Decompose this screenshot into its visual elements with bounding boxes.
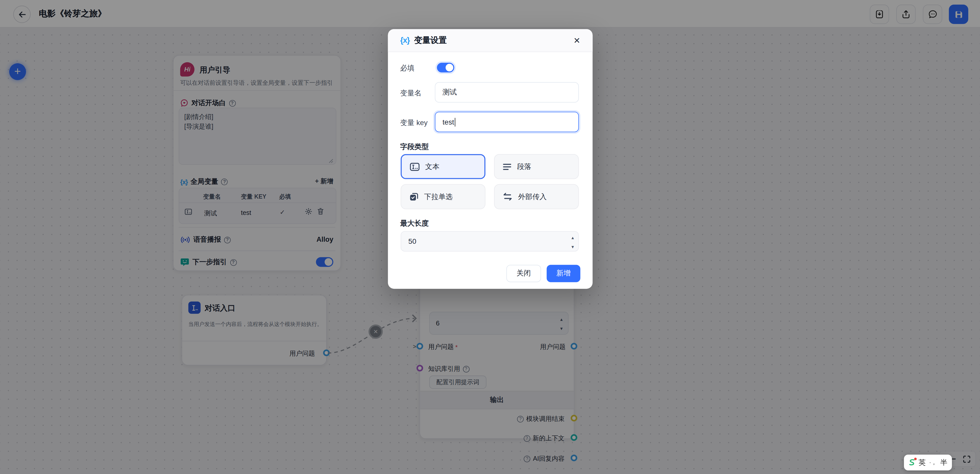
- key-input[interactable]: test: [435, 112, 579, 132]
- name-input[interactable]: 测试: [435, 82, 579, 103]
- required-label: 必填: [400, 64, 415, 73]
- modal-submit-button[interactable]: 新增: [547, 265, 580, 282]
- modal-close-footer-button[interactable]: 关闭: [506, 265, 541, 282]
- modal-title: 变量设置: [414, 35, 447, 46]
- stepper-up-icon[interactable]: ▲: [571, 236, 574, 240]
- type-select-button[interactable]: 下拉单选: [401, 184, 485, 209]
- variable-vx-icon: {x}: [400, 36, 410, 45]
- maxlen-input[interactable]: 50: [401, 231, 579, 252]
- swap-arrows-icon: [503, 193, 512, 200]
- modal-header: {x} 变量设置 ✕: [388, 29, 593, 52]
- ime-punct-mode[interactable]: ·，: [929, 459, 937, 466]
- dropdown-select-icon: [409, 192, 418, 201]
- type-external-button[interactable]: 外部传入: [494, 184, 579, 209]
- maxlen-label: 最大长度: [400, 219, 429, 228]
- text-input-icon: [410, 162, 420, 171]
- modal-close-button[interactable]: ✕: [574, 35, 581, 45]
- app-stage: + Hi 用户引导 可以在对话前设置引导语，设置全局变量，设置下一步指引 对话开…: [0, 0, 980, 474]
- type-paragraph-button[interactable]: 段落: [494, 154, 579, 179]
- variable-settings-modal: {x} 变量设置 ✕ 必填 变量名 测试 变量 key test 字段类型 文本: [388, 29, 593, 289]
- type-text-button[interactable]: 文本: [401, 154, 485, 179]
- key-label: 变量 key: [400, 118, 428, 127]
- type-label: 字段类型: [400, 142, 429, 152]
- ime-width-mode[interactable]: 半: [940, 458, 947, 467]
- ime-logo-icon: [908, 459, 915, 466]
- stepper-down-icon[interactable]: ▼: [571, 245, 574, 250]
- required-toggle[interactable]: [437, 63, 454, 73]
- paragraph-icon: [503, 163, 511, 170]
- text-cursor: [455, 118, 455, 126]
- name-label: 变量名: [400, 89, 422, 98]
- ime-lang-mode[interactable]: 英: [919, 458, 926, 467]
- ime-toolbar[interactable]: 英 ·， 半: [904, 455, 952, 471]
